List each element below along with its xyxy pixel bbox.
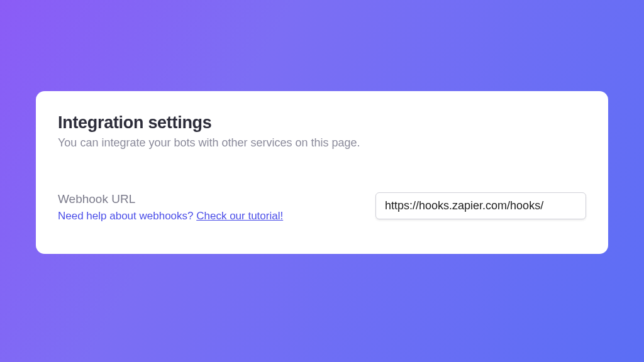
webhook-label: Webhook URL (58, 192, 375, 206)
webhook-tutorial-link[interactable]: Check our tutorial! (196, 210, 283, 222)
webhook-url-input[interactable] (375, 192, 586, 219)
page-subtitle: You can integrate your bots with other s… (58, 136, 586, 150)
webhook-help-prefix: Need help about webhooks? (58, 210, 196, 222)
webhook-input-column (375, 192, 586, 219)
settings-card: Integration settings You can integrate y… (36, 91, 608, 254)
webhook-label-column: Webhook URL Need help about webhooks? Ch… (58, 192, 375, 222)
webhook-help-text: Need help about webhooks? Check our tuto… (58, 210, 375, 222)
webhook-row: Webhook URL Need help about webhooks? Ch… (58, 192, 586, 222)
page-title: Integration settings (58, 113, 586, 133)
